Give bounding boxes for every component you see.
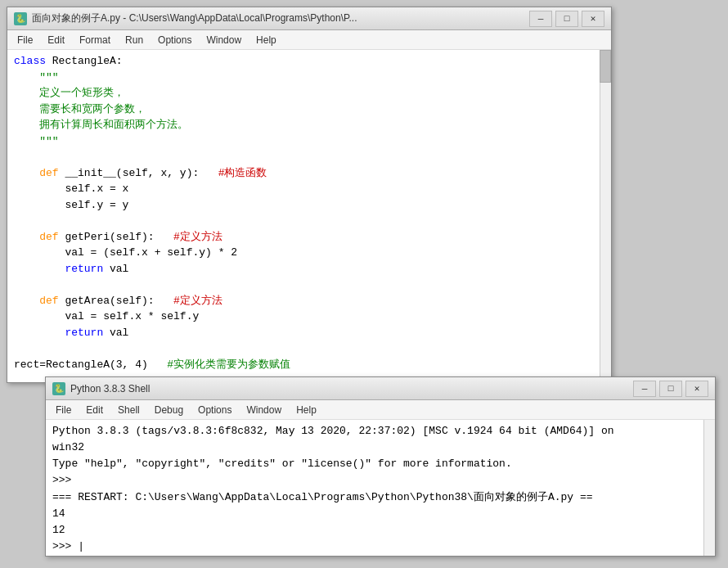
shell-line-1: Python 3.8.3 (tags/v3.8.3:6f8c832, May 1… [52, 423, 708, 440]
code-line-1: class RectangleA: [14, 53, 604, 70]
python-icon: 🐍 [14, 12, 27, 25]
shell-line-5: === RESTART: C:\Users\Wang\AppData\Local… [52, 489, 708, 506]
editor-scrollbar-thumb[interactable] [600, 50, 611, 83]
shell-window: 🐍 Python 3.8.3 Shell — □ ✕ File Edit She… [45, 376, 716, 557]
code-line-14: return val [14, 261, 604, 277]
shell-menu-debug[interactable]: Debug [148, 401, 190, 419]
code-line-15 [14, 277, 604, 293]
code-line-2: """ [14, 70, 604, 86]
shell-line-2: win32 [52, 440, 708, 456]
code-line-6: """ [14, 133, 604, 150]
shell-menu-options[interactable]: Options [191, 401, 238, 419]
code-line-12: def getPeri(self): #定义方法 [14, 229, 604, 246]
menu-run[interactable]: Run [119, 31, 150, 49]
shell-maximize-button[interactable]: □ [659, 381, 682, 397]
menu-options[interactable]: Options [151, 31, 198, 49]
shell-menu-window[interactable]: Window [240, 401, 288, 419]
shell-window-controls: — □ ✕ [633, 381, 708, 397]
editor-window: 🐍 面向对象的例子A.py - C:\Users\Wang\AppData\Lo… [7, 7, 612, 383]
code-line-13: val = (self.x + self.y) * 2 [14, 245, 604, 261]
shell-close-button[interactable]: ✕ [685, 381, 708, 397]
editor-minimize-button[interactable]: — [529, 11, 552, 27]
editor-window-controls: — □ ✕ [529, 11, 604, 27]
shell-python-icon: 🐍 [52, 382, 65, 395]
shell-line-6: 14 [52, 506, 708, 522]
shell-menu-help[interactable]: Help [290, 401, 323, 419]
code-line-19 [14, 340, 604, 357]
editor-maximize-button[interactable]: □ [555, 11, 578, 27]
menu-file[interactable]: File [11, 31, 39, 49]
code-line-9: self.x = x [14, 181, 604, 197]
code-line-20: rect=RectangleA(3, 4) #实例化类需要为参数赋值 [14, 357, 604, 373]
code-line-18: return val [14, 325, 604, 341]
shell-menu-shell[interactable]: Shell [111, 401, 146, 419]
code-editor-area[interactable]: class RectangleA: """ 定义一个矩形类， 需要长和宽两个参数… [7, 50, 611, 382]
titlebar-left: 🐍 面向对象的例子A.py - C:\Users\Wang\AppData\Lo… [14, 11, 357, 25]
code-line-10: self.y = y [14, 197, 604, 214]
code-line-3: 定义一个矩形类， [14, 85, 604, 101]
shell-menu-edit[interactable]: Edit [79, 401, 110, 419]
shell-titlebar: 🐍 Python 3.8.3 Shell — □ ✕ [46, 377, 715, 400]
shell-menu-file[interactable]: File [49, 401, 78, 419]
editor-titlebar: 🐍 面向对象的例子A.py - C:\Users\Wang\AppData\Lo… [7, 7, 611, 30]
shell-minimize-button[interactable]: — [633, 381, 656, 397]
code-line-11 [14, 213, 604, 229]
shell-line-8: >>> | [52, 539, 708, 555]
code-line-7 [14, 149, 604, 165]
code-line-8: def __init__(self, x, y): #构造函数 [14, 165, 604, 182]
code-line-5: 拥有计算周长和面积两个方法。 [14, 117, 604, 133]
editor-menubar: File Edit Format Run Options Window Help [7, 30, 611, 50]
code-line-4: 需要长和宽两个参数， [14, 101, 604, 118]
shell-menubar: File Edit Shell Debug Options Window Hel… [46, 400, 715, 420]
shell-line-3: Type "help", "copyright", "credits" or "… [52, 456, 708, 472]
shell-output-area[interactable]: Python 3.8.3 (tags/v3.8.3:6f8c832, May 1… [46, 420, 715, 556]
shell-titlebar-left: 🐍 Python 3.8.3 Shell [52, 382, 150, 395]
shell-scrollbar[interactable] [703, 420, 715, 556]
editor-title: 面向对象的例子A.py - C:\Users\Wang\AppData\Loca… [32, 11, 357, 25]
editor-scrollbar[interactable] [600, 50, 611, 382]
shell-line-7: 12 [52, 522, 708, 539]
code-line-16: def getArea(self): #定义方法 [14, 293, 604, 309]
menu-window[interactable]: Window [200, 31, 248, 49]
code-line-17: val = self.x * self.y [14, 309, 604, 325]
menu-edit[interactable]: Edit [41, 31, 71, 49]
editor-close-button[interactable]: ✕ [582, 11, 604, 27]
shell-line-4: >>> [52, 472, 708, 489]
menu-help[interactable]: Help [249, 31, 283, 49]
shell-title: Python 3.8.3 Shell [70, 383, 150, 394]
menu-format[interactable]: Format [73, 31, 117, 49]
